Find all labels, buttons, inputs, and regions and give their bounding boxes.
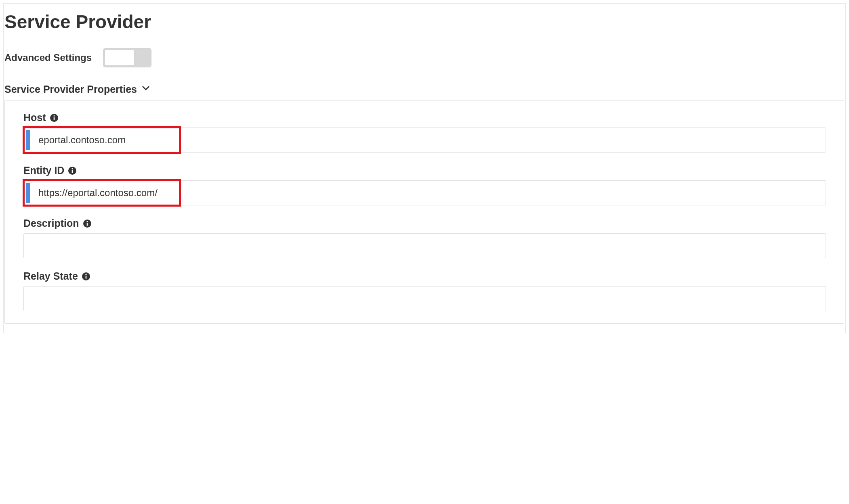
entity-id-input-wrapper [23,180,826,205]
input-accent-bar [26,130,30,150]
input-accent-bar [26,183,30,203]
entity-id-label-row: Entity ID [23,165,826,176]
relay-state-input-wrapper [23,286,826,311]
advanced-settings-label: Advanced Settings [4,52,92,63]
sp-properties-header[interactable]: Service Provider Properties [4,79,845,99]
caret-down-icon [142,86,150,93]
info-icon[interactable] [83,220,91,228]
svg-rect-1 [53,117,55,120]
svg-rect-10 [85,276,86,278]
svg-rect-7 [86,223,88,226]
relay-state-input[interactable] [23,286,826,311]
toggle-knob [105,50,134,66]
entity-id-input[interactable] [23,180,826,205]
advanced-settings-toggle[interactable] [103,48,151,67]
info-icon[interactable] [50,114,58,122]
page-title: Service Provider [4,8,845,46]
svg-rect-4 [72,170,73,173]
entity-id-label: Entity ID [23,165,64,176]
host-label: Host [23,112,46,123]
svg-point-11 [85,274,86,275]
page-frame: Service Provider Advanced Settings Servi… [3,3,846,333]
description-input-wrapper [23,233,826,258]
description-field-block: Description [23,217,826,258]
description-label-row: Description [23,217,826,229]
description-input[interactable] [23,233,826,258]
info-icon[interactable] [82,272,90,280]
entity-id-field-block: Entity ID [23,165,826,205]
host-input-wrapper [23,128,826,153]
svg-point-8 [86,221,88,222]
sp-properties-panel: Host Entity ID [4,100,844,324]
relay-state-field-block: Relay State [23,270,826,311]
description-label: Description [23,217,79,229]
host-label-row: Host [23,112,826,123]
sp-properties-title: Service Provider Properties [4,84,137,95]
advanced-settings-row: Advanced Settings [4,46,845,79]
info-icon[interactable] [68,167,76,175]
host-field-block: Host [23,112,826,153]
relay-state-label-row: Relay State [23,270,826,282]
svg-point-2 [53,115,55,116]
host-input[interactable] [23,128,826,153]
svg-point-5 [72,168,73,169]
relay-state-label: Relay State [23,270,78,282]
